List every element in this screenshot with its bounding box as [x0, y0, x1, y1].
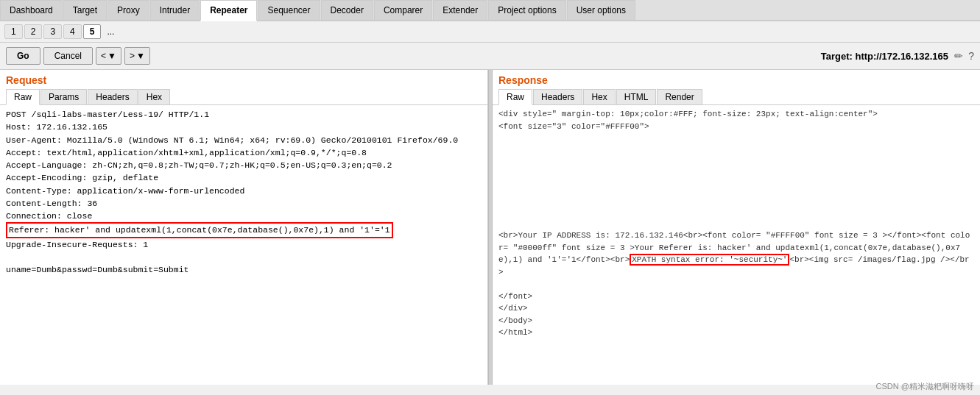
num-tab-more[interactable]: ...	[102, 25, 119, 38]
tab-intruder[interactable]: Intruder	[150, 0, 200, 20]
request-line-4: Accept-Language: zh-CN;zh,q=0.8;zh-TW;q=…	[6, 160, 392, 170]
repeater-toolbar: Go Cancel < ▼ > ▼ Target: http://172.16.…	[0, 43, 980, 70]
response-tab-html[interactable]: HTML	[616, 89, 657, 104]
num-tab-1[interactable]: 1	[4, 24, 23, 39]
num-tab-4[interactable]: 4	[63, 24, 82, 39]
request-sub-tabs: Raw Params Headers Hex	[0, 88, 487, 105]
num-tab-2[interactable]: 2	[24, 24, 43, 39]
target-label: Target:	[821, 51, 853, 62]
tab-sequencer[interactable]: Sequencer	[258, 0, 320, 20]
request-line-5: Accept-Encoding: gzip, deflate	[6, 173, 158, 182]
request-body-content: uname=Dumb&passwd=Dumb&submit=Submit	[6, 265, 188, 274]
chevron-right-icon: >	[130, 51, 135, 61]
num-tab-3[interactable]: 3	[43, 24, 62, 39]
chevron-left-icon: <	[101, 51, 106, 61]
response-xpath-error: XPATH syntax error: '~security~'	[630, 254, 789, 266]
main-nav: Dashboard Target Proxy Intruder Repeater…	[0, 0, 980, 21]
request-line-10: Upgrade-Insecure-Requests: 1	[6, 240, 148, 249]
dropdown-icon: ▼	[136, 51, 145, 61]
tab-repeater[interactable]: Repeater	[200, 0, 257, 21]
num-tab-5[interactable]: 5	[83, 24, 102, 39]
edit-target-icon[interactable]: ✏	[954, 50, 963, 62]
response-top-html: <div style=" margin-top: 10px;color:#FFF…	[498, 110, 878, 131]
repeater-num-tabs: 1 2 3 4 5 ...	[0, 21, 980, 43]
request-highlighted-referer: Referer: hacker' and updatexml(1,concat(…	[6, 222, 393, 238]
request-line-8: Connection: close	[6, 211, 92, 221]
request-panel: Request Raw Params Headers Hex POST /sql…	[0, 70, 488, 385]
request-line-2: User-Agent: Mozilla/5.0 (Windows NT 6.1;…	[6, 135, 458, 145]
request-line-7: Content-Length: 36	[6, 199, 97, 208]
tab-dashboard[interactable]: Dashboard	[0, 0, 63, 20]
tab-target[interactable]: Target	[63, 0, 107, 20]
response-end-font: </font> </div> </body> </html>	[498, 292, 532, 338]
request-tab-headers[interactable]: Headers	[88, 89, 137, 104]
target-info: Target: http://172.16.132.165 ✏ ?	[821, 50, 974, 62]
cancel-button[interactable]: Cancel	[43, 47, 93, 65]
response-tab-hex[interactable]: Hex	[583, 89, 615, 104]
watermark: CSDN @精米滋粑啊呀嗨呀	[876, 381, 974, 385]
target-url: http://172.16.132.165	[855, 51, 948, 62]
request-tab-hex[interactable]: Hex	[138, 89, 170, 104]
dropdown-icon: ▼	[107, 51, 116, 61]
request-line-3: Accept: text/html,application/xhtml+xml,…	[6, 148, 367, 157]
response-sub-tabs: Raw Headers Hex HTML Render	[493, 88, 980, 105]
request-line-6: Content-Type: application/x-www-form-url…	[6, 186, 244, 196]
tab-extender[interactable]: Extender	[433, 0, 487, 20]
request-line-0: POST /sqli-labs-master/Less-19/ HTTP/1.1	[6, 110, 209, 119]
tab-proxy[interactable]: Proxy	[107, 0, 149, 20]
response-panel: Response Raw Headers Hex HTML Render <di…	[493, 70, 980, 385]
tab-user-options[interactable]: User options	[567, 0, 635, 20]
tab-comparer[interactable]: Comparer	[374, 0, 432, 20]
nav-forward-button[interactable]: > ▼	[124, 47, 150, 65]
response-title: Response	[493, 70, 980, 88]
tab-project-options[interactable]: Project options	[488, 0, 565, 20]
request-line-1: Host: 172.16.132.165	[6, 122, 107, 132]
request-tab-raw[interactable]: Raw	[6, 89, 40, 105]
go-button[interactable]: Go	[6, 47, 40, 65]
request-body[interactable]: POST /sqli-labs-master/Less-19/ HTTP/1.1…	[0, 105, 487, 385]
response-tab-render[interactable]: Render	[657, 89, 702, 104]
response-tab-raw[interactable]: Raw	[498, 89, 532, 105]
response-tab-headers[interactable]: Headers	[533, 89, 582, 104]
main-content: Request Raw Params Headers Hex POST /sql…	[0, 70, 980, 385]
help-icon[interactable]: ?	[968, 50, 974, 62]
request-title: Request	[0, 70, 487, 88]
request-tab-params[interactable]: Params	[40, 89, 87, 104]
nav-back-button[interactable]: < ▼	[96, 47, 121, 65]
tab-decoder[interactable]: Decoder	[321, 0, 373, 20]
response-body[interactable]: <div style=" margin-top: 10px;color:#FFF…	[493, 105, 980, 385]
